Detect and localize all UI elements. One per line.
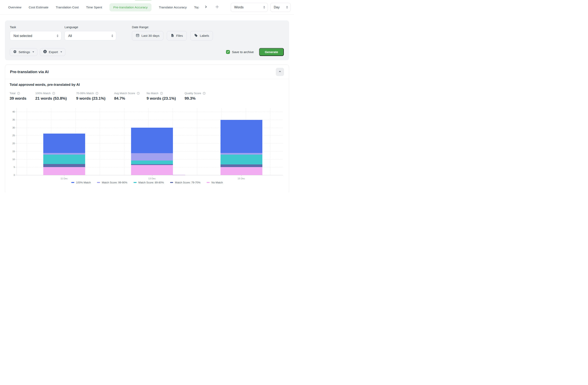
labels-filter-button[interactable]: Labels [190,31,213,41]
save-to-archive-label: Save to archive [232,50,254,54]
stat-label: No Match [147,92,158,95]
date-range-value: Last 30 days [142,34,159,38]
info-icon[interactable] [160,92,163,95]
y-axis-label: 40 [9,110,15,113]
report-tabs: OverviewCost EstimateTranslation CostTim… [8,3,201,11]
language-label: Language [64,25,116,29]
language-select[interactable]: All [64,31,116,41]
tab-translator-accuracy[interactable]: Translator Accuracy [159,5,187,9]
legend-item-100-match[interactable]: 100% Match [71,181,91,184]
report-filters-card: Task Not selected Language All Date Rang… [5,21,289,60]
stat-100-match: 100% Match21 words (53.8%) [35,92,76,101]
y-axis-tick [16,112,17,112]
bar-segment-match-score-89-80- [220,155,262,164]
legend-label: 100% Match [76,181,91,184]
y-axis-tick [16,159,17,160]
cut-off-element-top [135,0,151,0]
info-icon[interactable] [137,92,140,95]
stat-label: Quality Score [185,92,201,95]
bar-segment-100-match [43,134,85,153]
date-range-button[interactable]: Last 30 days [132,31,163,41]
stacked-bar-chart: 051015202530354011 Dec13 Dec15 Dec [17,108,283,175]
settings-button[interactable]: Settings [10,48,37,56]
y-axis-tick [16,135,17,136]
unit-select[interactable]: Words [231,3,268,12]
settings-button-label: Settings [19,50,30,54]
unit-select-value: Words [234,5,244,9]
stat-value: 21 words (53.8%) [35,96,76,101]
chevron-right-icon [204,5,208,9]
period-select-value: Day [274,5,279,9]
legend-item-no-match[interactable]: No Match [207,181,223,184]
tab-overview[interactable]: Overview [8,5,21,9]
stat-label: 100% Match [35,92,51,95]
zero-value-baseline-segment [172,175,185,175]
generate-button[interactable]: Generate [259,48,284,56]
legend-item-match-score-79-70-[interactable]: Match Score: 79-70% [170,181,201,184]
y-axis-tick [16,143,17,144]
legend-label: Match Score: 99-90% [102,181,127,184]
stat-label: Avg Match Score [114,92,135,95]
export-button[interactable]: Export [40,48,65,56]
y-axis-label: 5 [9,166,15,168]
info-icon[interactable] [52,92,55,95]
legend-item-match-score-89-80-[interactable]: Match Score: 89-80% [133,181,164,184]
files-filter-button[interactable]: Files [167,31,187,41]
bar-segment-match-score-79-70- [220,164,262,167]
x-axis-label: 13 Dec [144,177,160,180]
pre-translation-report-card: Pre-translation via AI Total approved wo… [5,64,289,192]
legend-swatch-icon [97,182,100,183]
bar-13-dec[interactable] [131,108,173,175]
period-select[interactable]: Day [270,3,291,12]
task-label: Task [10,25,62,29]
bar-segment-100-match [220,120,262,153]
tab-pre-translation-accuracy[interactable]: Pre-translation Accuracy [109,3,151,11]
stat-value: 9 words (23.1%) [76,96,114,101]
bar-segment-match-score-99-90- [131,153,173,161]
y-axis-label: 25 [9,134,15,137]
y-axis-line [17,108,17,175]
select-stepper-icon [263,6,265,9]
bar-11-dec[interactable] [43,108,85,175]
tab-translation-cost[interactable]: Translation Cost [56,5,79,9]
task-select[interactable]: Not selected [10,31,62,41]
bar-15-dec[interactable] [220,108,262,175]
legend-swatch-icon [71,182,74,183]
calendar-icon [136,34,139,38]
stat-total: Total39 words [10,92,35,101]
info-icon[interactable] [17,92,20,95]
tab-top[interactable]: Top [194,5,201,9]
summary-stats-row: Total39 words100% Match21 words (53.8%)7… [10,92,284,101]
stat-value: 39 words [10,96,35,101]
tab-cost-estimate[interactable]: Cost Estimate [29,5,48,9]
legend-label: Match Score: 79-70% [175,181,201,184]
legend-label: No Match [211,181,223,184]
bar-segment-no-match [220,167,262,175]
stat-value: 9 words (23.1%) [147,96,185,101]
collapse-card-button[interactable] [276,68,284,76]
tabs-scroll-right-button[interactable] [203,5,208,10]
info-icon[interactable] [203,92,206,95]
y-axis-label: 30 [9,127,15,129]
chart-section-title: Total approved words, pre-translated by … [10,83,284,87]
task-select-value: Not selected [14,34,32,38]
add-report-tab-button[interactable] [214,5,220,10]
info-icon[interactable] [96,92,98,95]
tab-label: Pre-translation Accuracy [113,5,147,9]
save-to-archive-checkbox[interactable] [226,50,230,54]
bar-segment-100-match [131,128,173,153]
download-circle-icon [43,50,47,54]
select-stepper-icon [111,35,113,37]
y-axis-label: 20 [9,142,15,145]
stat-avg-match-score: Avg Match Score84.7% [114,92,147,101]
bar-segment-match-score-89-80- [43,155,85,164]
tab-time-spent[interactable]: Time Spent [86,5,102,9]
caret-down-icon [61,51,62,52]
report-tab-bar: OverviewCost EstimateTranslation CostTim… [0,0,294,15]
select-stepper-icon [57,35,58,37]
stat-label: 70-99% Match [76,92,94,95]
legend-swatch-icon [207,182,210,183]
stat-quality-score: Quality Score99.3% [185,92,284,101]
legend-item-match-score-99-90-[interactable]: Match Score: 99-90% [97,181,127,184]
gridline-vertical [197,108,197,175]
